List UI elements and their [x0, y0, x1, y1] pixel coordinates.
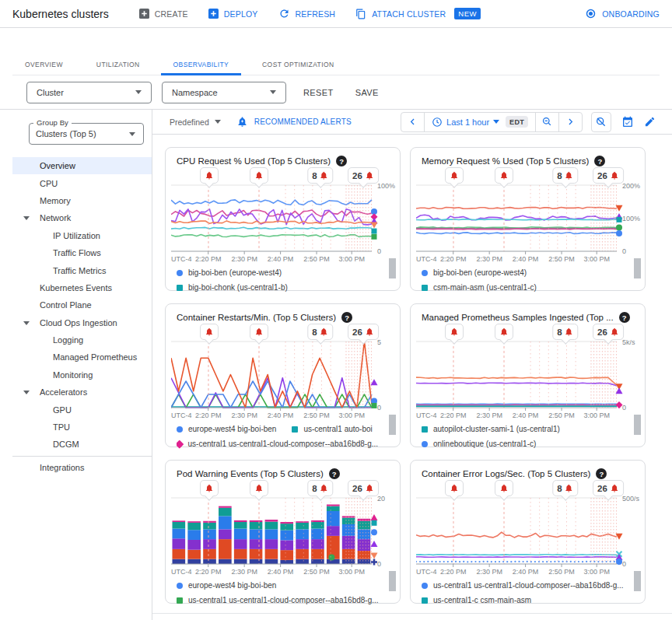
- legend-item[interactable]: europe-west4 big-boi-ben: [177, 581, 276, 590]
- alert-chip[interactable]: 8: [552, 480, 578, 496]
- collapse-arrow-icon[interactable]: [23, 216, 30, 220]
- sidebar-item-accelerators[interactable]: Accelerators: [12, 384, 152, 401]
- deploy-button[interactable]: DEPLOY: [198, 9, 268, 19]
- legend-scrollbar[interactable]: [634, 258, 641, 278]
- sidebar: Group By Clusters (Top 5) OverviewCPUMem…: [0, 110, 152, 620]
- sidebar-item-cloud-ops-ingestion[interactable]: Cloud Ops Ingestion: [12, 314, 152, 331]
- sidebar-item-label: Memory: [40, 196, 71, 205]
- alert-chip[interactable]: 26: [593, 480, 624, 496]
- legend-item[interactable]: big-boi-ben (europe-west4): [422, 268, 527, 277]
- reset-button[interactable]: RESET: [303, 88, 334, 97]
- help-icon[interactable]: ?: [329, 468, 340, 479]
- alert-chip[interactable]: 26: [348, 480, 379, 496]
- alert-chip[interactable]: [250, 480, 268, 496]
- sidebar-item-managed-prometheus[interactable]: Managed Prometheus: [12, 349, 152, 366]
- sidebar-item-control-plane[interactable]: Control Plane: [12, 296, 152, 314]
- alert-chip[interactable]: 8: [307, 324, 333, 340]
- legend-item[interactable]: us-central1-c csm-main-asm: [422, 596, 531, 604]
- save-button[interactable]: SAVE: [355, 88, 379, 97]
- alert-chip[interactable]: 8: [552, 324, 578, 340]
- legend-scrollbar[interactable]: [389, 415, 396, 435]
- alert-chip[interactable]: [495, 324, 513, 340]
- chevron-down-icon: [270, 90, 276, 94]
- time-range-selector[interactable]: Last 1 hour EDT: [424, 113, 535, 131]
- time-back-button[interactable]: [401, 113, 424, 131]
- help-icon[interactable]: ?: [336, 156, 347, 166]
- sidebar-item-integrations[interactable]: Integrations: [12, 459, 152, 476]
- alert-chip[interactable]: [200, 167, 219, 184]
- zoom-out-icon: [541, 116, 553, 128]
- sidebar-item-kubernetes-events[interactable]: Kubernetes Events: [12, 279, 152, 296]
- collapse-arrow-icon[interactable]: [23, 391, 30, 394]
- help-icon[interactable]: ?: [619, 312, 630, 323]
- calendar-button[interactable]: [621, 116, 634, 128]
- attach-cluster-button[interactable]: ATTACH CLUSTER NEW: [345, 8, 491, 19]
- sidebar-item-cpu[interactable]: CPU: [12, 174, 152, 191]
- alert-chip[interactable]: [200, 480, 219, 496]
- alert-chip[interactable]: [250, 167, 268, 184]
- refresh-button[interactable]: REFRESH: [268, 8, 346, 19]
- time-forward-button[interactable]: [558, 113, 582, 131]
- legend-item[interactable]: big-boi-chonk (us-central1-b): [177, 283, 288, 292]
- help-icon[interactable]: ?: [341, 312, 352, 323]
- alert-chip[interactable]: [445, 167, 464, 184]
- sidebar-item-monitoring[interactable]: Monitoring: [12, 366, 152, 384]
- sidebar-item-overview[interactable]: Overview: [12, 157, 152, 174]
- chart-title: Managed Prometheus Samples Ingested (Top…: [422, 313, 614, 322]
- group-by-select[interactable]: Group By Clusters (Top 5): [29, 123, 144, 145]
- sidebar-item-memory[interactable]: Memory: [12, 192, 152, 209]
- search-off-button[interactable]: [591, 112, 611, 132]
- alert-chip[interactable]: [495, 480, 513, 496]
- legend-row: big-boi-ben (europe-west4): [422, 265, 625, 280]
- sidebar-item-tpu[interactable]: TPU: [12, 419, 152, 436]
- help-icon[interactable]: ?: [596, 468, 607, 479]
- legend-item[interactable]: csm-main-asm (us-central1-c): [422, 283, 537, 292]
- recommended-alerts-button[interactable]: RECOMMENDED ALERTS: [236, 116, 352, 128]
- alert-chip[interactable]: 26: [348, 324, 379, 340]
- sidebar-item-network[interactable]: Network: [12, 209, 152, 226]
- alert-chip[interactable]: [445, 480, 464, 496]
- sidebar-item-traffic-metrics[interactable]: Traffic Metrics: [12, 261, 152, 278]
- legend-scrollbar[interactable]: [634, 415, 641, 435]
- cluster-filter-select[interactable]: Cluster: [26, 82, 152, 103]
- alert-chip[interactable]: 8: [552, 167, 578, 184]
- tab-observability[interactable]: OBSERVABILITY: [161, 54, 242, 75]
- legend-item[interactable]: onlineboutique (us-central1-c): [422, 440, 536, 448]
- tab-overview[interactable]: OVERVIEW: [12, 54, 75, 75]
- namespace-filter-select[interactable]: Namespace: [162, 82, 286, 103]
- sidebar-item-dcgm[interactable]: DCGM: [12, 436, 152, 453]
- legend-scrollbar[interactable]: [634, 571, 641, 591]
- zoom-out-time-button[interactable]: [535, 113, 558, 131]
- tab-utilization[interactable]: UTILIZATION: [84, 54, 152, 75]
- edit-button[interactable]: [644, 116, 656, 128]
- sidebar-item-ip-utilization[interactable]: IP Utilization: [12, 227, 152, 244]
- predefined-dropdown[interactable]: Predefined: [170, 117, 221, 127]
- sidebar-item-logging[interactable]: Logging: [12, 331, 152, 349]
- alert-chip[interactable]: [250, 324, 268, 340]
- alert-chip[interactable]: 8: [307, 480, 333, 496]
- alert-chip[interactable]: [495, 167, 513, 184]
- alert-chip[interactable]: 8: [307, 167, 333, 184]
- legend-item[interactable]: us-central1 us-central1-cloud-composer--…: [177, 440, 378, 448]
- legend-item[interactable]: us-central1 us-central1-cloud-composer--…: [422, 581, 624, 590]
- create-button[interactable]: CREATE: [129, 9, 198, 19]
- legend-item[interactable]: big-boi-ben (europe-west4): [177, 268, 282, 277]
- alert-chip[interactable]: 26: [593, 324, 624, 340]
- help-icon[interactable]: ?: [594, 156, 605, 166]
- alert-chip[interactable]: [445, 324, 464, 340]
- chart-card-header: Container Restarts/Min. (Top 5 Clusters)…: [177, 312, 395, 323]
- legend-scrollbar[interactable]: [389, 258, 396, 278]
- legend-item[interactable]: autopilot-cluster-sami-1 (us-central1): [422, 425, 560, 433]
- onboarding-button[interactable]: ONBOARDING: [585, 8, 660, 19]
- tab-cost-optimization[interactable]: COST OPTIMIZATION: [250, 54, 346, 75]
- alert-chip[interactable]: [200, 324, 219, 340]
- alert-chip[interactable]: 26: [348, 167, 379, 184]
- sidebar-item-traffic-flows[interactable]: Traffic Flows: [12, 244, 152, 261]
- collapse-arrow-icon[interactable]: [23, 321, 30, 325]
- alert-chip[interactable]: 26: [593, 167, 624, 184]
- legend-item[interactable]: europe-west4 big-boi-ben: [177, 425, 276, 433]
- legend-scrollbar[interactable]: [389, 571, 396, 591]
- legend-item[interactable]: us-central1 auto-boi: [292, 425, 372, 433]
- legend-item[interactable]: us-central1 us-central1-cloud-composer--…: [177, 596, 379, 604]
- sidebar-item-gpu[interactable]: GPU: [12, 401, 152, 418]
